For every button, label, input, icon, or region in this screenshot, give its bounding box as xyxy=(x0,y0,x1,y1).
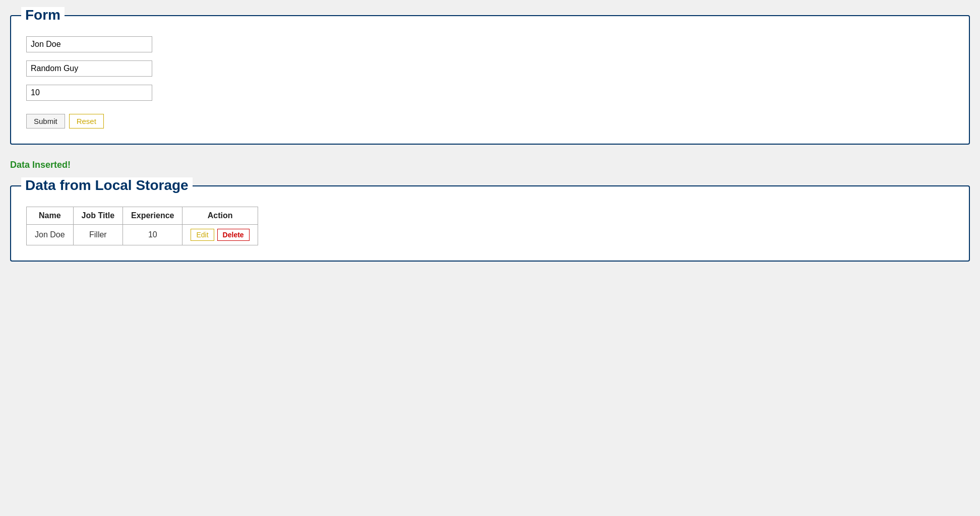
form-buttons: Submit Reset xyxy=(26,114,954,128)
col-header-action: Action xyxy=(182,207,258,225)
delete-button[interactable]: Delete xyxy=(217,229,250,241)
col-header-job-title: Job Title xyxy=(73,207,123,225)
col-header-experience: Experience xyxy=(123,207,182,225)
cell-action: EditDelete xyxy=(182,225,258,245)
name-input[interactable] xyxy=(26,36,152,52)
table-row: Jon DoeFiller10EditDelete xyxy=(27,225,258,245)
submit-button[interactable]: Submit xyxy=(26,114,65,128)
data-section-title: Data from Local Storage xyxy=(21,177,193,194)
action-buttons: EditDelete xyxy=(191,229,249,241)
cell-name: Jon Doe xyxy=(27,225,74,245)
form-section: Form Submit Reset xyxy=(10,15,970,145)
cell-experience: 10 xyxy=(123,225,182,245)
edit-button[interactable]: Edit xyxy=(191,229,214,241)
status-message: Data Inserted! xyxy=(10,160,970,170)
col-header-name: Name xyxy=(27,207,74,225)
table-header-row: Name Job Title Experience Action xyxy=(27,207,258,225)
cell-job-title: Filler xyxy=(73,225,123,245)
experience-input[interactable] xyxy=(26,85,152,101)
form-title: Form xyxy=(21,7,65,23)
form-fields: Submit Reset xyxy=(26,36,954,128)
data-table: Name Job Title Experience Action Jon Doe… xyxy=(26,207,258,245)
job-title-input[interactable] xyxy=(26,60,152,77)
data-section: Data from Local Storage Name Job Title E… xyxy=(10,185,970,262)
reset-button[interactable]: Reset xyxy=(69,114,104,128)
